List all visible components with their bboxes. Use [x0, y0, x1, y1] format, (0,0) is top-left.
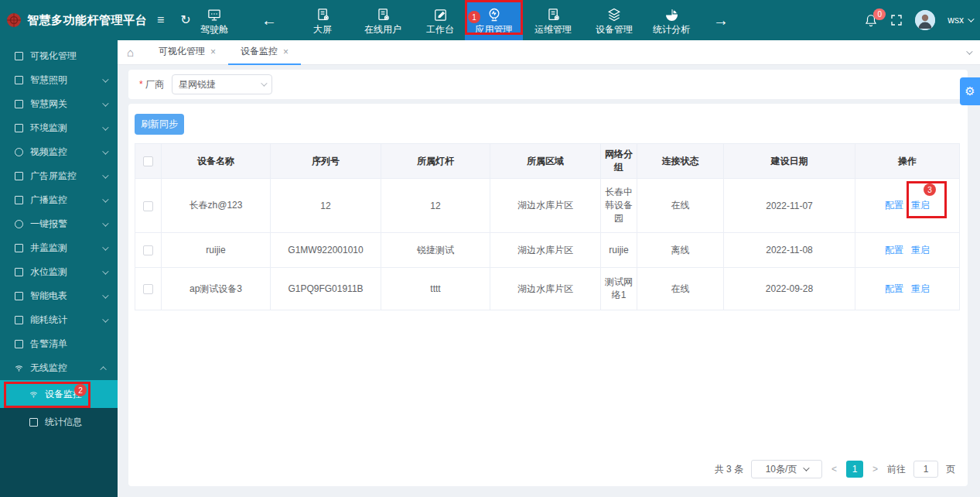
restart-link[interactable]: 重启 — [911, 283, 930, 294]
document-gear-icon — [316, 7, 330, 22]
header-build-date: 建设日期 — [724, 144, 855, 179]
cell-network-group: 长春中韩设备园 — [601, 179, 637, 233]
select-all-checkbox[interactable] — [143, 156, 153, 166]
nav-item-online-users[interactable]: 在线用户 — [350, 0, 415, 40]
row-checkbox[interactable] — [143, 284, 153, 294]
vendor-label: * 厂商 — [139, 78, 164, 91]
header-device-name: 设备名称 — [162, 144, 271, 179]
next-page-button[interactable]: > — [871, 464, 879, 475]
restart-link[interactable]: 重启 — [911, 200, 930, 211]
nav-item-app-management[interactable]: 应用管理 — [465, 0, 523, 40]
sidebar-item-device-monitor[interactable]: 设备监控 — [0, 380, 118, 408]
sidebar-item-smart-meter[interactable]: 智能电表 — [0, 284, 118, 308]
environment-icon — [15, 124, 23, 132]
config-link[interactable]: 配置 — [885, 245, 903, 255]
logo-emblem-icon — [6, 12, 22, 28]
monitor-icon — [207, 7, 222, 22]
sidebar-item-manhole-cover[interactable]: 井盖监测 — [0, 236, 118, 260]
close-icon[interactable]: × — [210, 46, 216, 57]
nav-item-statistics[interactable]: 统计分析 — [645, 0, 698, 40]
alarm-list-icon — [15, 340, 23, 348]
cell-device-name: ap测试设备3 — [162, 268, 271, 310]
user-avatar[interactable] — [915, 10, 935, 30]
water-level-icon — [15, 268, 23, 276]
tab-device-monitor[interactable]: 设备监控 × — [228, 40, 301, 65]
nav-item-ops-management[interactable]: 运维管理 — [523, 0, 583, 40]
collapse-menu-icon[interactable]: ≡ — [157, 14, 164, 26]
nav-forward-arrow-icon[interactable]: → — [698, 0, 744, 40]
nav-item-cockpit[interactable]: 驾驶舱 — [185, 0, 244, 40]
chevron-down-icon — [102, 220, 108, 226]
topbar-right-tools: 0 wsx — [864, 0, 972, 40]
row-checkbox[interactable] — [143, 245, 153, 255]
nav-item-device-management[interactable]: 设备管理 — [583, 0, 645, 40]
cell-checkbox — [135, 268, 162, 310]
cell-area: 湖边水库片区 — [490, 179, 601, 233]
page-number-1[interactable]: 1 — [846, 461, 863, 478]
fullscreen-icon[interactable] — [890, 14, 903, 26]
sidebar-item-water-level[interactable]: 水位监测 — [0, 260, 118, 284]
home-icon[interactable]: ⌂ — [127, 46, 134, 59]
lighting-icon — [15, 76, 23, 84]
page-size-select[interactable]: 10条/页 — [751, 460, 822, 478]
table-row: ruijie G1MW922001010 锐捷测试 湖边水库片区 ruijie … — [135, 233, 960, 268]
table-row: ap测试设备3 G1PQ9FG01911B tttt 湖边水库片区 测试网络1 … — [135, 268, 960, 310]
header-serial: 序列号 — [271, 144, 381, 179]
sidebar-item-alarm-list[interactable]: 告警清单 — [0, 332, 118, 356]
sidebar-item-wireless-monitor[interactable]: 无线监控 — [0, 356, 118, 380]
user-menu[interactable]: wsx — [948, 15, 972, 26]
cell-network-group: 测试网络1 — [601, 268, 637, 310]
chevron-down-icon — [803, 464, 809, 471]
statistics-icon — [29, 418, 38, 427]
chevron-down-icon — [102, 172, 108, 178]
prev-page-button[interactable]: < — [830, 464, 838, 475]
chevron-down-icon — [261, 80, 267, 86]
nav-item-workbench[interactable]: 工作台 — [415, 0, 465, 40]
config-link[interactable]: 配置 — [885, 283, 903, 294]
notification-bell-icon[interactable]: 0 — [864, 13, 878, 28]
settings-panel-button[interactable]: ⚙ — [960, 77, 980, 105]
cell-serial: G1PQ9FG01911B — [271, 268, 381, 310]
nav-back-arrow-icon[interactable]: ← — [244, 0, 295, 40]
config-link[interactable]: 配置 — [885, 200, 903, 211]
tab-overflow-chevron-icon[interactable] — [966, 48, 972, 54]
manhole-icon — [15, 244, 23, 252]
alarm-icon — [15, 220, 23, 228]
sidebar-item-energy-stats[interactable]: 能耗统计 — [0, 308, 118, 332]
tab-bar: ⌂ 可视化管理 × 设备监控 × — [118, 40, 980, 65]
goto-page-input[interactable] — [913, 461, 938, 478]
restart-link[interactable]: 重启 — [911, 245, 930, 255]
sidebar-item-ad-screen[interactable]: 广告屏监控 — [0, 164, 118, 188]
close-icon[interactable]: × — [283, 46, 289, 57]
sidebar-item-environment[interactable]: 环境监测 — [0, 116, 118, 140]
chevron-down-icon — [102, 196, 108, 202]
chevron-down-icon — [102, 292, 108, 298]
sidebar-item-one-key-alarm[interactable]: 一键报警 — [0, 212, 118, 236]
cell-operations: 配置重启 — [855, 268, 960, 310]
screen-icon — [15, 52, 23, 60]
sidebar-item-smart-lighting[interactable]: 智慧照明 — [0, 68, 118, 92]
notification-count-badge: 0 — [873, 9, 886, 20]
sidebar-item-visualization[interactable]: 可视化管理 — [0, 44, 118, 68]
row-checkbox[interactable] — [143, 201, 153, 211]
wifi-icon — [29, 390, 38, 399]
chevron-down-icon — [102, 100, 108, 106]
cell-date: 2022-09-28 — [724, 268, 855, 310]
sidebar-item-broadcast[interactable]: 广播监控 — [0, 188, 118, 212]
nav-item-bigscreen[interactable]: 大屏 — [295, 0, 350, 40]
table-row: 长春zh@123 12 12 湖边水库片区 长春中韩设备园 在线 2022-11… — [135, 179, 960, 233]
cell-operations: 配置重启 — [855, 233, 960, 268]
sidebar-item-smart-gateway[interactable]: 智慧网关 — [0, 92, 118, 116]
vendor-select[interactable]: 星网锐捷 — [172, 74, 272, 94]
sidebar-item-statistics-info[interactable]: 统计信息 — [0, 408, 118, 436]
chevron-up-icon — [100, 366, 106, 372]
sidebar: 可视化管理 智慧照明 智慧网关 环境监测 视频监控 广告屏监控 广播监控 一键报… — [0, 40, 118, 497]
edit-square-icon — [433, 7, 448, 22]
gateway-icon — [15, 100, 23, 108]
tab-visualization[interactable]: 可视化管理 × — [146, 40, 228, 65]
refresh-sync-button[interactable]: 刷新同步 — [135, 114, 184, 135]
chevron-down-icon — [102, 244, 108, 250]
sidebar-item-video-monitor[interactable]: 视频监控 — [0, 140, 118, 164]
filter-bar: * 厂商 星网锐捷 — [128, 70, 968, 99]
video-icon — [15, 148, 23, 156]
